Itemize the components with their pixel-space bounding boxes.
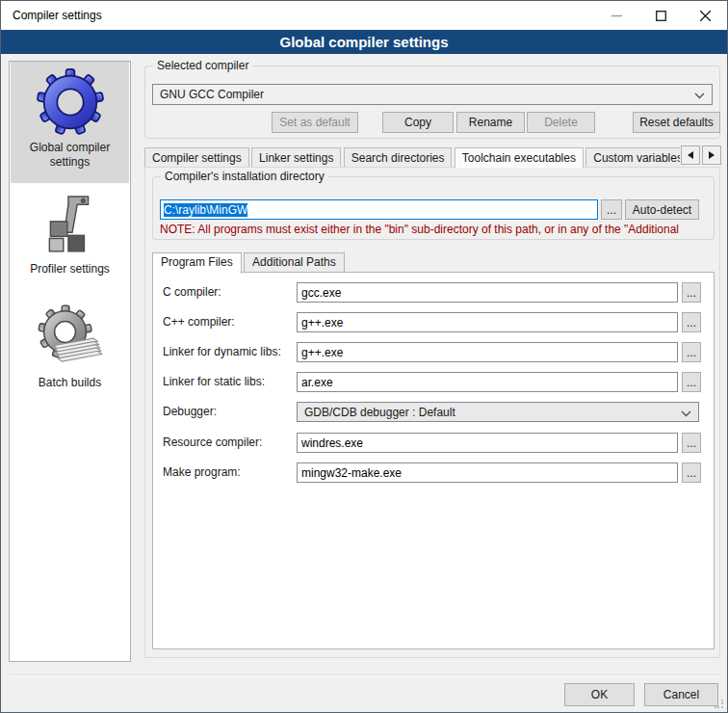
bin-subdirectory-note: NOTE: All programs must exist either in … bbox=[160, 223, 709, 236]
tab-scroll-left-button[interactable] bbox=[681, 145, 700, 165]
debugger-select-value: GDB/CDB debugger : Default bbox=[304, 406, 455, 419]
debugger-select[interactable]: GDB/CDB debugger : Default bbox=[297, 402, 699, 422]
c-compiler-input[interactable] bbox=[297, 282, 678, 303]
copy-button[interactable]: Copy bbox=[382, 112, 454, 133]
make-program-label: Make program: bbox=[163, 465, 241, 479]
debugger-label: Debugger: bbox=[163, 405, 217, 418]
window-title: Compiler settings bbox=[13, 9, 102, 22]
cancel-button[interactable]: Cancel bbox=[644, 683, 718, 706]
tab-search-directories[interactable]: Search directories bbox=[344, 147, 453, 168]
minimize-button[interactable] bbox=[594, 1, 638, 30]
field-row-c-compiler: C compiler: ... bbox=[153, 282, 714, 303]
sidebar-item-label: Profiler settings bbox=[30, 262, 110, 277]
field-row-cpp-compiler: C++ compiler: ... bbox=[153, 312, 714, 332]
set-as-default-button[interactable]: Set as default bbox=[272, 112, 358, 133]
compiler-select[interactable]: GNU GCC Compiler bbox=[152, 84, 713, 105]
install-dir-input[interactable]: C:\raylib\MinGW bbox=[160, 199, 598, 220]
gray-gear-papers-icon bbox=[37, 303, 104, 372]
dialog-window: Compiler settings Global compiler settin… bbox=[0, 0, 728, 713]
selected-compiler-group-label: Selected compiler bbox=[153, 59, 252, 72]
tab-compiler-settings[interactable]: Compiler settings bbox=[144, 147, 249, 168]
settings-category-list: Global compiler settings Profiler settin… bbox=[9, 61, 131, 662]
compiler-select-value: GNU GCC Compiler bbox=[160, 88, 264, 101]
browse-resource-compiler-button[interactable]: ... bbox=[682, 433, 701, 453]
resource-compiler-label: Resource compiler: bbox=[163, 436, 262, 449]
sidebar-item-global-compiler-settings[interactable]: Global compiler settings bbox=[11, 62, 129, 183]
cpp-compiler-input[interactable] bbox=[297, 312, 678, 332]
field-row-resource-compiler: Resource compiler: ... bbox=[153, 433, 714, 453]
maximize-icon bbox=[656, 11, 666, 21]
browse-make-program-button[interactable]: ... bbox=[682, 462, 701, 483]
close-icon bbox=[700, 11, 711, 21]
tab-toolchain-executables[interactable]: Toolchain executables bbox=[455, 147, 584, 168]
reset-defaults-button[interactable]: Reset defaults bbox=[633, 112, 720, 133]
maximize-button[interactable] bbox=[638, 1, 683, 30]
browse-install-dir-button[interactable]: ... bbox=[601, 199, 622, 220]
blue-gear-icon bbox=[37, 67, 104, 137]
sidebar-item-label: Batch builds bbox=[39, 376, 101, 390]
settings-tabstrip: Compiler settings Linker settings Search… bbox=[144, 145, 680, 168]
program-files-tabstrip: Program Files Additional Paths bbox=[152, 251, 344, 272]
close-button[interactable] bbox=[683, 1, 727, 30]
tab-additional-paths[interactable]: Additional Paths bbox=[244, 252, 345, 272]
arrow-left-icon bbox=[688, 151, 693, 159]
static-linker-label: Linker for static libs: bbox=[163, 375, 265, 388]
arrow-right-icon bbox=[709, 151, 715, 159]
resource-compiler-input[interactable] bbox=[297, 433, 678, 453]
minimize-icon bbox=[611, 11, 622, 21]
rename-button[interactable]: Rename bbox=[456, 112, 525, 133]
c-compiler-label: C compiler: bbox=[163, 285, 221, 299]
field-row-make-program: Make program: ... bbox=[153, 462, 714, 483]
sidebar-item-profiler-settings[interactable]: Profiler settings bbox=[11, 191, 129, 287]
chevron-down-icon bbox=[694, 92, 705, 99]
tab-program-files[interactable]: Program Files bbox=[152, 252, 242, 274]
browse-dynamic-linker-button[interactable]: ... bbox=[682, 342, 701, 362]
ok-button[interactable]: OK bbox=[564, 683, 635, 706]
install-dir-selected-text: C:\raylib\MinGW bbox=[164, 203, 247, 217]
installation-directory-group: Compiler's installation directory C:\ray… bbox=[152, 176, 715, 240]
tab-scroll-right-button[interactable] bbox=[702, 145, 721, 165]
sidebar-item-label: Global compiler settings bbox=[11, 141, 129, 170]
program-files-page: C compiler: ... C++ compiler: ... Linker… bbox=[152, 272, 715, 649]
selected-compiler-group: Selected compiler GNU GCC Compiler Set a… bbox=[144, 66, 720, 139]
browse-c-compiler-button[interactable]: ... bbox=[682, 282, 701, 303]
installation-directory-group-label: Compiler's installation directory bbox=[161, 170, 328, 183]
browse-static-linker-button[interactable]: ... bbox=[682, 372, 701, 392]
dynamic-linker-label: Linker for dynamic libs: bbox=[163, 345, 281, 358]
footer-divider bbox=[9, 674, 721, 676]
browse-cpp-compiler-button[interactable]: ... bbox=[682, 312, 701, 332]
dynamic-linker-input[interactable] bbox=[297, 342, 678, 362]
cpp-compiler-label: C++ compiler: bbox=[163, 315, 235, 329]
profiler-caliper-icon bbox=[39, 193, 102, 258]
tab-linker-settings[interactable]: Linker settings bbox=[251, 147, 341, 168]
auto-detect-button[interactable]: Auto-detect bbox=[625, 199, 699, 220]
field-row-debugger: Debugger: GDB/CDB debugger : Default bbox=[153, 402, 714, 422]
field-row-dynamic-linker: Linker for dynamic libs: ... bbox=[153, 342, 714, 362]
titlebar[interactable]: Compiler settings bbox=[1, 1, 727, 30]
page-title: Global compiler settings bbox=[1, 30, 727, 54]
field-row-static-linker: Linker for static libs: ... bbox=[153, 372, 714, 392]
chevron-down-icon bbox=[681, 410, 691, 417]
toolchain-executables-panel: Compiler's installation directory C:\ray… bbox=[144, 167, 720, 658]
sidebar-item-batch-builds[interactable]: Batch builds bbox=[11, 299, 129, 401]
resize-grip[interactable] bbox=[715, 700, 724, 709]
static-linker-input[interactable] bbox=[297, 372, 678, 392]
tab-custom-variables[interactable]: Custom variables bbox=[585, 147, 680, 168]
delete-button[interactable]: Delete bbox=[527, 112, 595, 133]
make-program-input[interactable] bbox=[297, 462, 678, 483]
